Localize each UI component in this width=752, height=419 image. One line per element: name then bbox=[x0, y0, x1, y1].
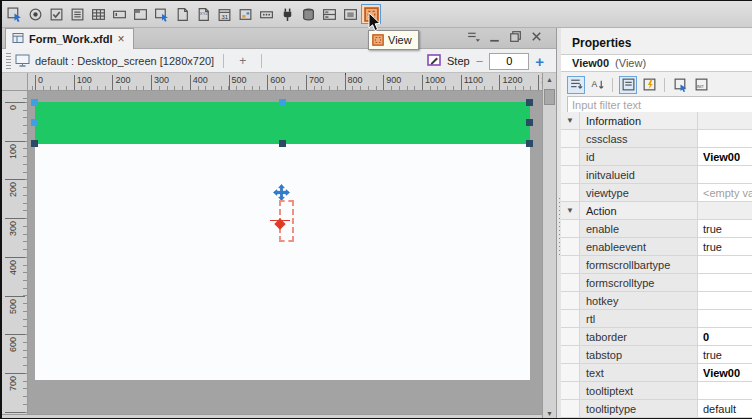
property-value[interactable]: true bbox=[698, 220, 752, 237]
property-value[interactable]: View00 bbox=[698, 148, 752, 165]
property-value[interactable] bbox=[698, 256, 752, 273]
property-row[interactable]: enabletrue bbox=[561, 220, 752, 238]
step-control: Step − + bbox=[427, 52, 544, 70]
grid-tool-button[interactable] bbox=[88, 4, 108, 24]
checkbox-tool-button[interactable] bbox=[46, 4, 66, 24]
edit-tool-button[interactable] bbox=[109, 4, 129, 24]
checkbox-icon bbox=[49, 7, 64, 22]
property-row[interactable]: taborder0 bbox=[561, 328, 752, 346]
h-ruler-label: 600 bbox=[267, 75, 285, 90]
step-value-input[interactable] bbox=[489, 53, 529, 70]
property-row[interactable]: rtl bbox=[561, 310, 752, 328]
dataset-tool-button[interactable] bbox=[298, 4, 318, 24]
event-view-button[interactable] bbox=[640, 76, 658, 94]
restore-icon bbox=[508, 29, 523, 46]
selection-handle-middle-left[interactable] bbox=[31, 119, 38, 126]
property-section-row[interactable]: ▼Action bbox=[561, 202, 752, 220]
row-gutter bbox=[561, 400, 579, 417]
tab-close-icon[interactable]: × bbox=[118, 34, 125, 44]
svg-text:A: A bbox=[591, 79, 597, 89]
listbox-tool-button[interactable] bbox=[67, 4, 87, 24]
property-value[interactable] bbox=[698, 130, 752, 147]
alpha-sort-button[interactable]: A bbox=[588, 76, 606, 94]
property-row[interactable]: tabstoptrue bbox=[561, 346, 752, 364]
selection-handle-bottom-left[interactable] bbox=[31, 140, 38, 147]
close-button[interactable] bbox=[530, 31, 542, 43]
property-value[interactable] bbox=[698, 274, 752, 291]
add-screen-button[interactable]: + bbox=[233, 54, 252, 68]
page-tool-button[interactable] bbox=[172, 4, 192, 24]
property-row[interactable]: formscrolltype bbox=[561, 274, 752, 292]
tab-tool-button[interactable] bbox=[319, 4, 339, 24]
property-filter-input[interactable] bbox=[567, 96, 752, 113]
properties-panel: Properties View00 (View) AINIT ▼Informat… bbox=[561, 28, 752, 419]
property-value[interactable]: true bbox=[698, 238, 752, 255]
property-value[interactable]: 0 bbox=[698, 328, 752, 345]
init-view-button[interactable]: INIT bbox=[692, 76, 710, 94]
property-row[interactable]: formscrollbartype bbox=[561, 256, 752, 274]
property-value[interactable]: default bbox=[698, 400, 752, 417]
property-row[interactable]: enableeventtrue bbox=[561, 238, 752, 256]
property-value[interactable] bbox=[698, 310, 752, 327]
calendar-tool-button[interactable]: 31 bbox=[214, 4, 234, 24]
property-value[interactable]: <empty value> bbox=[698, 184, 752, 201]
property-value[interactable] bbox=[698, 292, 752, 309]
property-row[interactable]: idView00 bbox=[561, 148, 752, 166]
goto-source-icon bbox=[673, 77, 688, 94]
view00-component[interactable] bbox=[35, 102, 530, 144]
view-icon bbox=[372, 34, 384, 46]
step-label: Step bbox=[447, 55, 470, 67]
minimize-button[interactable] bbox=[488, 31, 500, 43]
property-row[interactable]: tooltiptext bbox=[561, 382, 752, 400]
property-value[interactable]: View00 bbox=[698, 364, 752, 381]
restore-button[interactable] bbox=[509, 31, 521, 43]
category-sort-button[interactable] bbox=[567, 76, 585, 94]
scroll-down-icon[interactable]: ▼ bbox=[543, 407, 556, 419]
property-value[interactable] bbox=[698, 382, 752, 399]
pointer-box-tool-button[interactable] bbox=[4, 4, 24, 24]
scroll-up-icon[interactable]: ▲ bbox=[543, 73, 556, 86]
goto-source-button[interactable] bbox=[671, 76, 689, 94]
step-decrement-button[interactable]: − bbox=[476, 54, 484, 69]
property-row[interactable]: textView00 bbox=[561, 364, 752, 382]
property-section-row[interactable]: ▼Information bbox=[561, 112, 752, 130]
vertical-scroll-thumb[interactable] bbox=[544, 89, 555, 105]
device-label: default : Desktop_screen [1280x720] bbox=[35, 55, 214, 67]
combo-pointer-tool-button[interactable] bbox=[151, 4, 171, 24]
property-row[interactable]: initvalueid bbox=[561, 166, 752, 184]
selection-handle-top-left[interactable] bbox=[31, 99, 38, 106]
script-page-tool-button[interactable]: XYZ bbox=[193, 4, 213, 24]
close-icon bbox=[529, 29, 544, 46]
canvas-horizontal-scrollbar[interactable] bbox=[2, 414, 542, 419]
selected-object-row[interactable]: View00 (View) bbox=[561, 54, 752, 72]
property-value[interactable] bbox=[698, 166, 752, 183]
combo-pointer-icon bbox=[154, 7, 169, 22]
image-tool-button[interactable] bbox=[340, 4, 360, 24]
canvas-vertical-scrollbar[interactable]: ▲ ▼ bbox=[542, 73, 556, 419]
plugin-tool-button[interactable] bbox=[277, 4, 297, 24]
tab-form-work[interactable]: Form_Work.xfdl × bbox=[5, 28, 134, 49]
selection-handle-middle-right[interactable] bbox=[526, 119, 533, 126]
selection-handle-bottom-right[interactable] bbox=[526, 140, 533, 147]
prop-view-button[interactable] bbox=[619, 76, 637, 94]
radiobutton-tool-button[interactable] bbox=[25, 4, 45, 24]
imageviewer-tool-button[interactable] bbox=[235, 4, 255, 24]
tab-list-menu-button[interactable] bbox=[467, 31, 479, 43]
property-row[interactable]: cssclass bbox=[561, 130, 752, 148]
property-row[interactable]: tooltiptypedefault bbox=[561, 400, 752, 418]
properties-toolbar: AINIT bbox=[567, 75, 710, 95]
property-value[interactable]: true bbox=[698, 346, 752, 363]
more-tool-button[interactable] bbox=[256, 4, 276, 24]
property-label: formscrolltype bbox=[579, 274, 698, 291]
property-row[interactable]: hotkey bbox=[561, 292, 752, 310]
step-increment-button[interactable]: + bbox=[535, 53, 544, 70]
event-view-icon bbox=[642, 77, 657, 94]
div-tool-button[interactable] bbox=[130, 4, 150, 24]
property-row[interactable]: viewtype<empty value> bbox=[561, 184, 752, 202]
collapse-triangle-icon[interactable]: ▼ bbox=[561, 202, 579, 219]
selection-handle-top-right[interactable] bbox=[526, 99, 533, 106]
selection-handle-bottom-center[interactable] bbox=[279, 140, 286, 147]
collapse-triangle-icon[interactable]: ▼ bbox=[561, 112, 579, 129]
device-screen-tab[interactable]: default : Desktop_screen [1280x720] + bbox=[15, 52, 266, 70]
selection-handle-top-center[interactable] bbox=[279, 99, 286, 106]
